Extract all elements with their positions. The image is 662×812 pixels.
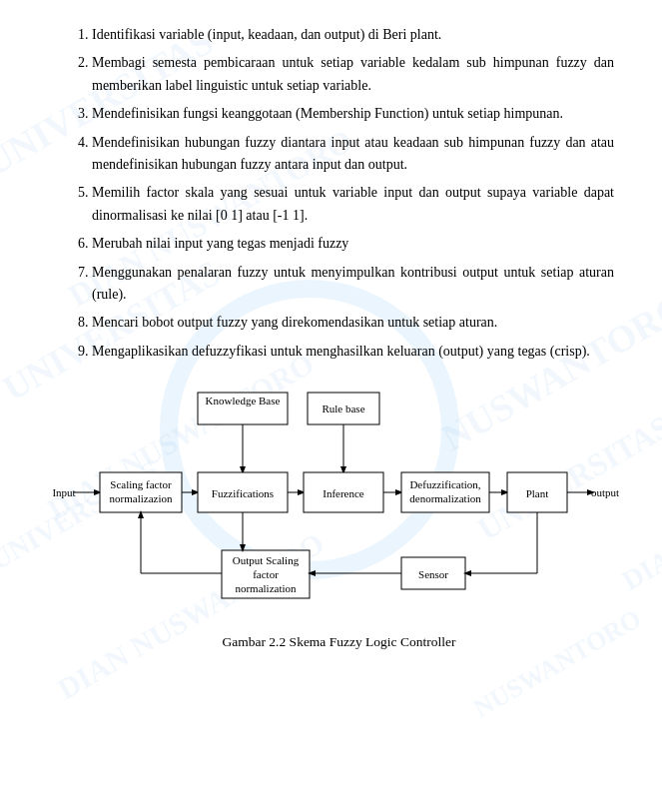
- diagram-caption: Gambar 2.2 Skema Fuzzy Logic Controller: [223, 634, 456, 650]
- scaling-factor-label: Scaling factor: [110, 478, 172, 490]
- list-item: Menggunakan penalaran fuzzy untuk menyim…: [92, 262, 614, 307]
- diagram-svg: Knowledge Base Rule base Input Scaling f…: [50, 383, 629, 626]
- defuzzification-sublabel: denormalization: [409, 492, 481, 504]
- inference-label: Inference: [323, 487, 364, 499]
- list-item: Memilih factor skala yang sesuai untuk v…: [92, 182, 614, 227]
- list-item: Mengaplikasikan defuzzyfikasi untuk meng…: [92, 341, 614, 363]
- rule-base-label: Rule base: [322, 403, 364, 414]
- steps-list: Identifikasi variable (input, keadaan, d…: [64, 24, 614, 363]
- knowledge-base-label: Knowledge Base: [205, 395, 280, 406]
- scaling-factor-sublabel: normalizazion: [109, 492, 172, 504]
- output-label: output: [590, 486, 618, 498]
- page-content: Identifikasi variable (input, keadaan, d…: [64, 24, 614, 650]
- fuzzifications-label: Fuzzifications: [211, 487, 273, 499]
- list-item: Mendefinisikan hubungan fuzzy diantara i…: [92, 132, 614, 177]
- list-item: Mencari bobot output fuzzy yang direkome…: [92, 312, 614, 334]
- defuzzification-label: Defuzzification,: [409, 478, 480, 490]
- list-item: Merubah nilai input yang tegas menjadi f…: [92, 233, 614, 255]
- plant-label: Plant: [525, 487, 548, 499]
- list-item: Identifikasi variable (input, keadaan, d…: [92, 24, 614, 46]
- list-item: Mendefinisikan fungsi keanggotaan (Membe…: [92, 103, 614, 125]
- output-scaling-label: Output Scaling: [232, 554, 299, 566]
- output-scaling-sublabel: factor: [253, 568, 279, 580]
- sensor-label: Sensor: [418, 568, 448, 580]
- list-item: Membagi semesta pembicaraan untuk setiap…: [92, 52, 614, 97]
- output-scaling-sublabel2: normalization: [235, 582, 297, 594]
- input-label: Input: [52, 486, 75, 498]
- diagram-container: Knowledge Base Rule base Input Scaling f…: [64, 383, 614, 650]
